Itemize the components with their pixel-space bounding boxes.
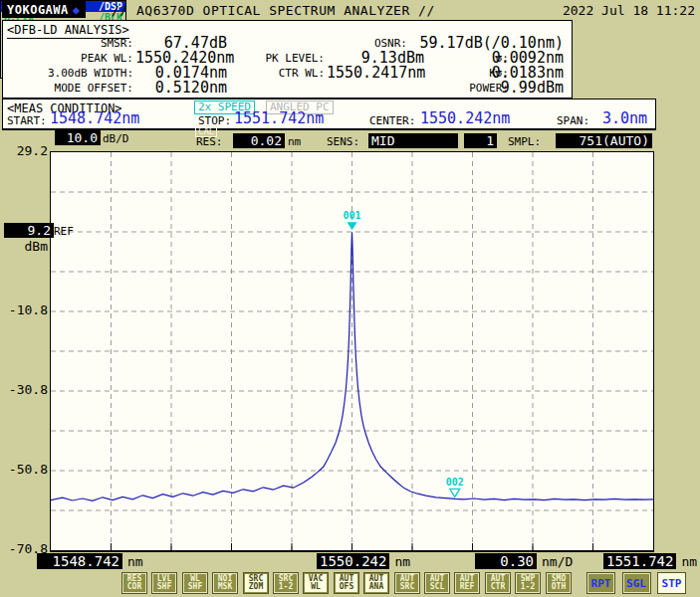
avg-value[interactable]: 1 [464, 133, 497, 148]
softkey-wl-shf[interactable]: WLSHF [182, 572, 208, 594]
y-axis-label: -10.8 [2, 303, 48, 317]
svg-text:001: 001 [343, 210, 360, 221]
x-center-unit: nm [394, 554, 410, 569]
smsr-label: SMSR: [14, 37, 133, 51]
softkey-line2: ANA [369, 583, 383, 591]
softkey-line2: SHF [157, 583, 171, 591]
marker-002: 002 [446, 477, 464, 497]
ctr-wl-label: CTR WL: [235, 67, 325, 81]
start-value[interactable]: 1548.742nm [50, 111, 139, 126]
softkey-line2: ZOM [249, 583, 263, 591]
sigma-value: 0.0092nm [481, 51, 564, 65]
x-start-value: 1548.742 [37, 553, 122, 569]
x-axis-center: 1550.242 nm [317, 553, 410, 569]
res-value[interactable]: 0.02 [233, 133, 285, 148]
width-label: 3.00dB WIDTH: [14, 67, 133, 81]
avg-label: AVG: [426, 135, 453, 148]
marker-001: 001 [343, 210, 360, 230]
spectrum-svg: 001002 [51, 152, 653, 550]
center-label: CENTER: [369, 114, 415, 127]
y-axis-label: -30.8 [2, 383, 48, 397]
diamond-icon: ◆ [73, 3, 81, 17]
sens-label: SENS: [327, 135, 359, 148]
y-axis-label: -50.8 [2, 463, 48, 477]
res-unit: nm [288, 135, 301, 148]
softkey-lvl-shf[interactable]: LVLSHF [151, 572, 177, 594]
key-sgl[interactable]: SGL [622, 572, 651, 594]
meas-condition-panel: <MEAS CONDITION> 2x SPEED ANGLED PC STAR… [2, 99, 656, 130]
key-stp[interactable]: STP [657, 572, 686, 594]
softkey-line2: 1-2 [279, 583, 293, 591]
x-per-div-unit: nm/D [542, 554, 573, 569]
instrument-title: // AQ6370D OPTICAL SPECTRUM ANALYZER // [112, 3, 435, 18]
smpl-value[interactable]: 751(AUTO) [556, 133, 652, 148]
x-stop-unit: nm [681, 554, 697, 569]
softkey-aut-ctr[interactable]: AUTCTR [485, 572, 511, 594]
smpl-label: SMPL: [508, 135, 541, 148]
ref-marker-label: REF [54, 225, 74, 238]
brand-text: YOKOGAWA [7, 3, 69, 17]
spectrum-plot: 001002 [50, 151, 654, 552]
softkey-line2: 1-2 [521, 583, 535, 591]
x-axis-per-div: 0.30 nm/D [475, 553, 573, 569]
power-value: 9.99dBm [481, 81, 564, 95]
softkey-line2: MSK [218, 583, 232, 591]
softkey-aut-src[interactable]: AUTSRC [394, 572, 420, 594]
softkey-res-cor[interactable]: RESCOR [121, 572, 147, 594]
start-label: START: [7, 114, 47, 127]
softkey-aut-ref[interactable]: AUTREF [454, 572, 480, 594]
softkey-src-zom[interactable]: SRCZOM [243, 572, 269, 594]
datetime: 2022 Jul 18 11:22 [563, 3, 695, 18]
x-axis-stop: 1551.742 nm [603, 553, 697, 569]
header-bar: YOKOGAWA ◆ // AQ6370D OPTICAL SPECTRUM A… [0, 0, 700, 19]
mode-offset-value: 0.5120nm [135, 81, 227, 95]
x-center-value: 1550.242 [317, 553, 389, 569]
softkey-smo-oth[interactable]: SMOOTH [546, 572, 572, 594]
softkey-line2: SCL [430, 583, 444, 591]
softkey-noi-msk[interactable]: NOIMSK [212, 572, 238, 594]
svg-text:002: 002 [446, 477, 464, 488]
y-axis-unit: dBm [2, 239, 48, 254]
softkey-line2: WL [311, 583, 321, 591]
softkey-line2: OFS [340, 583, 353, 591]
span-value[interactable]: 3.0nm [602, 111, 647, 126]
level-scale-unit: dB/D [103, 132, 129, 145]
osnr-value: 59.17dB(/0.10nm) [411, 36, 564, 50]
x-axis-start: 1548.742 nm [37, 553, 143, 569]
softkey-line2: REF [460, 583, 474, 591]
stop-value[interactable]: 1551.742nm [234, 111, 324, 126]
ref-level-box[interactable]: 9.2 [4, 223, 54, 238]
pk-level-value: 9.13dBm [327, 51, 424, 65]
softkey-line2: SHF [188, 583, 202, 591]
y-axis-label: 29.2 [2, 144, 48, 158]
level-scale-value[interactable]: 10.0 [55, 130, 101, 145]
softkey-swp-1-2[interactable]: SWP1-2 [515, 572, 541, 594]
x-start-unit: nm [127, 554, 143, 569]
softkey-aut-scl[interactable]: AUTSCL [424, 572, 450, 594]
smsr-value: 67.47dB [135, 36, 227, 50]
ksigma-value: 0.0183nm [481, 66, 564, 80]
softkey-src-1-2[interactable]: SRC1-2 [273, 572, 299, 594]
ctr-wl-value: 1550.2417nm [327, 66, 424, 80]
mode-offset-label: MODE OFFSET: [14, 82, 133, 96]
center-value[interactable]: 1550.242nm [420, 111, 510, 126]
softkey-line2: SRC [400, 583, 414, 591]
width-value: 0.0174nm [135, 66, 227, 80]
res-label: RES: [196, 135, 223, 148]
softkey-line2: OTH [552, 583, 566, 591]
osa-screen: YOKOGAWA ◆ // AQ6370D OPTICAL SPECTRUM A… [0, 0, 700, 597]
span-label: SPAN: [557, 114, 589, 127]
softkey-aut-ofs[interactable]: AUTOFS [334, 572, 359, 594]
softkey-aut-ana[interactable]: AUTANA [363, 572, 389, 594]
key-rpt[interactable]: RPT [586, 572, 615, 594]
peak-wl-value: 1550.2420nm [135, 51, 227, 65]
x-per-div-value: 0.30 [475, 553, 537, 569]
peak-wl-label: PEAK WL: [14, 52, 133, 66]
softkey-vac-wl[interactable]: VACWL [303, 572, 329, 594]
x-stop-value: 1551.742 [603, 553, 676, 569]
softkey-line2: COR [127, 583, 141, 591]
yokogawa-logo: YOKOGAWA ◆ [2, 1, 86, 18]
softkey-line2: CTR [491, 583, 505, 591]
dfb-ld-analysis-panel: <DFB-LD ANALYSIS> SMSR: 67.47dB OSNR: 59… [2, 20, 573, 100]
pk-level-label: PK LEVEL: [235, 52, 325, 66]
